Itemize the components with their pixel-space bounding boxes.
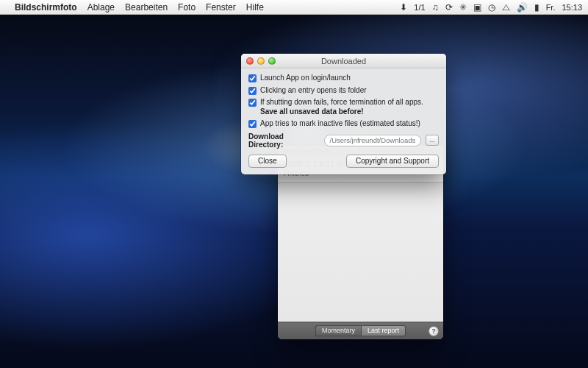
displays-icon[interactable]: ▣ bbox=[473, 3, 481, 12]
timemachine-icon[interactable]: ◷ bbox=[488, 3, 495, 12]
volume-icon[interactable]: 🔊 bbox=[517, 3, 528, 12]
checkbox-mark-inactive[interactable] bbox=[248, 120, 257, 128]
downloaded-main-window: Download-Path: /Users/jnfreundt/Download… bbox=[278, 146, 443, 339]
label-save-warning: Save all unsaved data before! bbox=[260, 107, 439, 117]
browse-button[interactable]: ... bbox=[426, 135, 439, 146]
bluetooth-icon[interactable]: ✳ bbox=[459, 3, 467, 12]
main-window-footer: Momentary Last report ? bbox=[278, 322, 443, 339]
close-window-icon[interactable] bbox=[246, 57, 254, 65]
close-button[interactable]: Close bbox=[248, 155, 287, 168]
menubar-item-ablage[interactable]: Ablage bbox=[87, 2, 115, 13]
label-mark-inactive: App tries to mark inactive files (estima… bbox=[260, 119, 439, 129]
download-directory-value: /Users/jnfreundt/Downloads bbox=[330, 136, 416, 144]
sync-icon[interactable]: ⟳ bbox=[445, 3, 453, 12]
option-mark-inactive[interactable]: App tries to mark inactive files (estima… bbox=[248, 119, 439, 129]
clock-day[interactable]: Fr. bbox=[546, 3, 556, 12]
menubar-item-foto[interactable]: Foto bbox=[178, 2, 196, 13]
zoom-window-icon[interactable] bbox=[268, 57, 276, 65]
menubar-item-fenster[interactable]: Fenster bbox=[206, 2, 236, 13]
download-directory-field[interactable]: /Users/jnfreundt/Downloads bbox=[324, 135, 422, 146]
checkbox-force-termination[interactable] bbox=[248, 99, 257, 107]
label-launch-on-login: Launch App on login/launch bbox=[260, 74, 439, 83]
checkbox-click-opens-folder[interactable] bbox=[248, 87, 257, 95]
label-click-opens-folder: Clicking an entry opens its folder bbox=[260, 86, 439, 96]
menubar-status-area: ⬇ 1/1 ♫ ⟳ ✳ ▣ ◷ ⧍ 🔊 ▮ Fr. 15:13 bbox=[400, 3, 582, 12]
copyright-support-button[interactable]: Copyright and Support bbox=[346, 155, 439, 168]
label-force-termination-text: If shutting down fails, force terminatio… bbox=[260, 98, 423, 106]
menubar-item-hilfe[interactable]: Hilfe bbox=[246, 2, 264, 13]
menubar-item-bearbeiten[interactable]: Bearbeiten bbox=[125, 2, 168, 13]
battery-icon[interactable]: ▮ bbox=[534, 3, 539, 12]
tab-momentary[interactable]: Momentary bbox=[315, 325, 361, 336]
download-arrow-icon[interactable]: ⬇ bbox=[400, 3, 407, 12]
tab-last-report[interactable]: Last report bbox=[361, 325, 406, 336]
minimize-window-icon[interactable] bbox=[257, 57, 265, 65]
preferences-window: Downloaded Launch App on login/launch Cl… bbox=[241, 54, 446, 174]
titlebar[interactable]: Downloaded bbox=[241, 54, 446, 68]
download-list[interactable]: GIMP-2-1.6.11-Snow-Leopard.dmg Finished bbox=[278, 156, 443, 322]
checkbox-launch-on-login[interactable] bbox=[248, 74, 257, 82]
option-launch-on-login[interactable]: Launch App on login/launch bbox=[248, 74, 439, 83]
menubar-app-name[interactable]: Bildschirmfoto bbox=[15, 2, 77, 13]
traffic-lights bbox=[246, 57, 276, 65]
clock-time[interactable]: 15:13 bbox=[562, 3, 582, 12]
menubar: Bildschirmfoto Ablage Bearbeiten Foto Fe… bbox=[0, 0, 588, 15]
option-click-opens-folder[interactable]: Clicking an entry opens its folder bbox=[248, 86, 439, 96]
preferences-body: Launch App on login/launch Clicking an e… bbox=[241, 68, 446, 174]
wifi-icon[interactable]: ⧍ bbox=[502, 3, 510, 12]
download-directory-row: Download Directory: /Users/jnfreundt/Dow… bbox=[248, 132, 439, 149]
itunes-icon[interactable]: ♫ bbox=[432, 3, 439, 12]
download-directory-label: Download Directory: bbox=[248, 132, 320, 149]
label-force-termination: If shutting down fails, force terminatio… bbox=[260, 98, 439, 116]
button-row: Close Copyright and Support bbox=[248, 155, 439, 168]
help-button[interactable]: ? bbox=[429, 326, 439, 336]
option-force-termination[interactable]: If shutting down fails, force terminatio… bbox=[248, 98, 439, 116]
download-count: 1/1 bbox=[414, 3, 425, 12]
